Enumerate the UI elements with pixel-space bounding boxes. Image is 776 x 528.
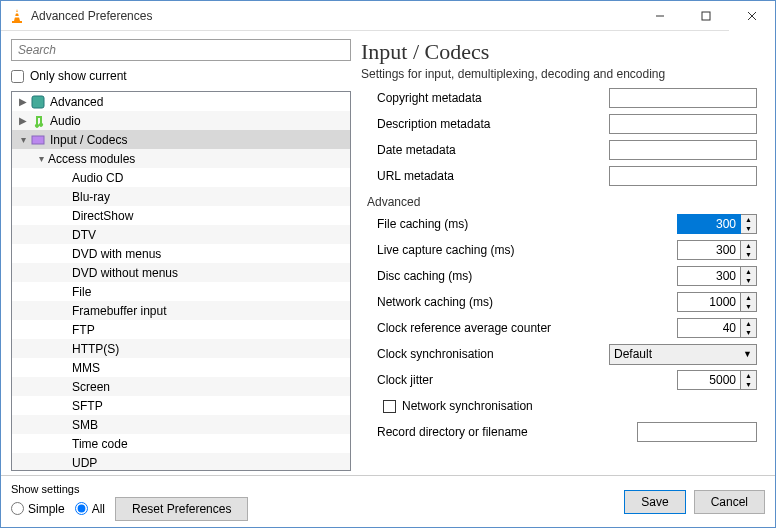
simple-radio[interactable]: Simple: [11, 502, 65, 516]
chevron-down-icon: ▼: [741, 276, 756, 285]
svg-rect-8: [32, 96, 44, 108]
tree-item-advanced[interactable]: ▶ Advanced: [12, 92, 350, 111]
chevron-right-icon[interactable]: ▶: [16, 96, 30, 107]
tree-item-access-modules[interactable]: ▾ Access modules: [12, 149, 350, 168]
chevron-up-icon: ▲: [741, 215, 756, 224]
tree-item[interactable]: FTP: [12, 320, 350, 339]
left-panel: Only show current ▶ Advanced ▶ Audio ▾ I…: [11, 39, 351, 471]
right-panel: Input / Codecs Settings for input, demul…: [361, 39, 765, 471]
music-note-icon: [30, 113, 46, 129]
record-directory-input[interactable]: [637, 422, 757, 442]
clock-jitter-input[interactable]: [677, 370, 741, 390]
tree-item[interactable]: Audio CD: [12, 168, 350, 187]
close-button[interactable]: [729, 1, 775, 31]
chevron-down-icon: ▼: [741, 302, 756, 311]
field-label: Description metadata: [377, 117, 609, 131]
spinner-buttons[interactable]: ▲▼: [741, 240, 757, 260]
tree-item[interactable]: HTTP(S): [12, 339, 350, 358]
spinner-buttons[interactable]: ▲▼: [741, 370, 757, 390]
clock-reference-input[interactable]: [677, 318, 741, 338]
window-title: Advanced Preferences: [31, 9, 637, 23]
svg-rect-5: [702, 12, 710, 20]
gear-icon: [30, 94, 46, 110]
show-settings-label: Show settings: [11, 483, 248, 495]
field-label: Clock reference average counter: [377, 321, 677, 335]
chevron-down-icon: ▼: [743, 349, 752, 359]
field-label: Date metadata: [377, 143, 609, 157]
tree-item[interactable]: Blu-ray: [12, 187, 350, 206]
svg-rect-3: [14, 16, 20, 18]
cancel-button[interactable]: Cancel: [694, 490, 765, 514]
search-input[interactable]: [11, 39, 351, 61]
spinner-buttons[interactable]: ▲▼: [741, 292, 757, 312]
date-metadata-input[interactable]: [609, 140, 757, 160]
save-button[interactable]: Save: [624, 490, 685, 514]
field-label: URL metadata: [377, 169, 609, 183]
only-show-current[interactable]: Only show current: [11, 69, 351, 83]
chevron-up-icon: ▲: [741, 371, 756, 380]
only-show-current-checkbox[interactable]: [11, 70, 24, 83]
description-metadata-input[interactable]: [609, 114, 757, 134]
tree-item[interactable]: DirectShow: [12, 206, 350, 225]
field-label: Clock jitter: [377, 373, 677, 387]
svg-rect-9: [32, 136, 44, 144]
show-settings-group: Show settings Simple All Reset Preferenc…: [11, 483, 248, 521]
category-tree[interactable]: ▶ Advanced ▶ Audio ▾ Input / Codecs ▾ Ac…: [11, 91, 351, 471]
input-codecs-icon: [30, 132, 46, 148]
chevron-down-icon: ▼: [741, 328, 756, 337]
tree-item[interactable]: DVD without menus: [12, 263, 350, 282]
spinner-buttons[interactable]: ▲▼: [741, 266, 757, 286]
chevron-down-icon: ▼: [741, 224, 756, 233]
tree-item[interactable]: UDP: [12, 453, 350, 471]
spinner-buttons[interactable]: ▲▼: [741, 318, 757, 338]
settings-scroll[interactable]: Copyright metadata Description metadata …: [361, 85, 765, 471]
tree-item[interactable]: SFTP: [12, 396, 350, 415]
field-label: Clock synchronisation: [377, 347, 609, 361]
titlebar: Advanced Preferences: [1, 1, 775, 31]
field-label: Disc caching (ms): [377, 269, 677, 283]
tree-item[interactable]: MMS: [12, 358, 350, 377]
chevron-down-icon[interactable]: ▾: [16, 134, 30, 145]
tree-item[interactable]: File: [12, 282, 350, 301]
live-capture-caching-input[interactable]: [677, 240, 741, 260]
tree-item[interactable]: Time code: [12, 434, 350, 453]
vlc-app-icon: [9, 8, 25, 24]
page-subtitle: Settings for input, demultiplexing, deco…: [361, 67, 765, 81]
chevron-up-icon: ▲: [741, 293, 756, 302]
tree-item-input-codecs[interactable]: ▾ Input / Codecs: [12, 130, 350, 149]
field-label: Network synchronisation: [402, 399, 757, 413]
svg-rect-1: [12, 21, 22, 23]
chevron-up-icon: ▲: [741, 241, 756, 250]
chevron-up-icon: ▲: [741, 319, 756, 328]
disc-caching-input[interactable]: [677, 266, 741, 286]
copyright-metadata-input[interactable]: [609, 88, 757, 108]
tree-item-audio[interactable]: ▶ Audio: [12, 111, 350, 130]
chevron-up-icon: ▲: [741, 267, 756, 276]
network-sync-checkbox[interactable]: [383, 400, 396, 413]
chevron-right-icon[interactable]: ▶: [16, 115, 30, 126]
field-label: Record directory or filename: [377, 425, 637, 439]
network-caching-input[interactable]: [677, 292, 741, 312]
page-title: Input / Codecs: [361, 39, 765, 65]
tree-item[interactable]: Framebuffer input: [12, 301, 350, 320]
chevron-down-icon[interactable]: ▾: [34, 153, 48, 164]
chevron-down-icon: ▼: [741, 380, 756, 389]
field-label: File caching (ms): [377, 217, 677, 231]
maximize-button[interactable]: [683, 1, 729, 31]
content-area: Only show current ▶ Advanced ▶ Audio ▾ I…: [1, 31, 775, 475]
tree-item[interactable]: DTV: [12, 225, 350, 244]
spinner-buttons[interactable]: ▲▼: [741, 214, 757, 234]
tree-item[interactable]: Screen: [12, 377, 350, 396]
footer: Show settings Simple All Reset Preferenc…: [1, 475, 775, 527]
url-metadata-input[interactable]: [609, 166, 757, 186]
reset-preferences-button[interactable]: Reset Preferences: [115, 497, 248, 521]
chevron-down-icon: ▼: [741, 250, 756, 259]
file-caching-input[interactable]: [677, 214, 741, 234]
minimize-button[interactable]: [637, 1, 683, 31]
svg-marker-0: [14, 9, 20, 21]
tree-item[interactable]: DVD with menus: [12, 244, 350, 263]
clock-sync-select[interactable]: Default▼: [609, 344, 757, 365]
tree-item[interactable]: SMB: [12, 415, 350, 434]
field-label: Copyright metadata: [377, 91, 609, 105]
all-radio[interactable]: All: [75, 502, 105, 516]
